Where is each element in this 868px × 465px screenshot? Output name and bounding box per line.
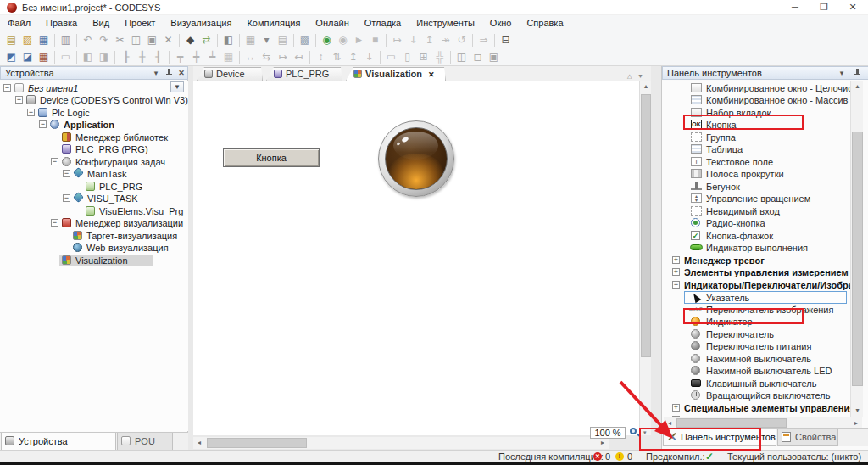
tree-item-visu-manager[interactable]: Менеджер визуализации (0, 217, 188, 229)
toolbox-item-pointer[interactable]: Указатель (662, 292, 850, 304)
panel-dropdown-icon[interactable]: ▾ (836, 68, 848, 79)
redo-icon[interactable]: ↷ (96, 33, 112, 48)
visualization-canvas[interactable]: Кнопка (193, 81, 639, 435)
toolbox-item-radio-button[interactable]: Радио-кнопка (662, 217, 850, 229)
visu-color-tool-icon[interactable]: ◪ (19, 50, 36, 64)
maximize-button[interactable]: ❐ (810, 0, 837, 15)
toolbox-group-lamps-switches[interactable]: Индикаторы/Переключатели/Изображения (662, 279, 850, 291)
toolbox-item-combobox-integer[interactable]: Комбинированное окно - Целочисленный (662, 82, 850, 94)
toolbox-group-alarm-manager[interactable]: Менеджер тревог (662, 255, 850, 266)
save-icon[interactable]: ▦ (36, 33, 52, 48)
toolbox-item-switch[interactable]: Переключатель (662, 328, 850, 340)
visu-select-tool-icon[interactable]: ◩ (3, 50, 19, 64)
expander-icon[interactable] (51, 219, 58, 227)
login-icon[interactable]: ◉ (319, 33, 335, 48)
panel-close-icon[interactable]: ✕ (175, 68, 187, 79)
spacing-horizontal-icon[interactable]: ↔ (242, 50, 259, 64)
toolbox-item-slider[interactable]: Бегунок (662, 181, 850, 193)
menu-edit[interactable]: Правка (38, 15, 85, 31)
spacing-vertical-icon[interactable]: ↕ (313, 50, 329, 64)
build-icon[interactable]: ▦ (242, 33, 259, 48)
menu-visualization[interactable]: Визуализация (163, 15, 239, 31)
scrollbar-thumb[interactable] (676, 418, 787, 428)
toolbox-item-table[interactable]: Таблица (662, 143, 850, 155)
step-into-icon[interactable]: ↧ (405, 33, 421, 48)
element-grid-icon[interactable]: ▦ (220, 50, 236, 64)
make-same-height-icon[interactable]: ▯ (399, 50, 415, 64)
undo-icon[interactable]: ↶ (80, 33, 96, 48)
tab-plc-prg[interactable]: PLC_PRG (266, 67, 342, 81)
bring-to-front-icon[interactable]: ◧ (80, 50, 96, 64)
step-out-icon[interactable]: ↥ (421, 33, 437, 48)
tree-item-library-manager[interactable]: Менеджер библиотек (0, 132, 188, 143)
toolbox-item-group[interactable]: Группа (662, 132, 850, 143)
align-center-icon[interactable]: ╂ (134, 50, 150, 64)
expander-icon[interactable] (672, 281, 680, 289)
paste-icon[interactable]: ▣ (144, 33, 160, 48)
make-same-size-icon[interactable]: ⊞ (415, 50, 431, 64)
logout-icon[interactable]: ◉ (335, 33, 351, 48)
tree-item-maintask[interactable]: MainTask (0, 168, 188, 180)
batch-edit-icon[interactable]: ▩ (297, 33, 313, 48)
minimize-button[interactable]: ─ (782, 0, 809, 15)
menu-online[interactable]: Онлайн (308, 15, 356, 31)
expander-icon[interactable] (63, 194, 70, 202)
make-same-width-icon[interactable]: ▭ (383, 50, 399, 64)
toolbox-item-power-switch[interactable]: Переключатель питания (662, 340, 850, 352)
scroll-up-icon[interactable]: ▴ (851, 81, 864, 92)
tree-item-visualization[interactable]: Visualization (0, 255, 188, 266)
scrollbar-thumb[interactable] (641, 94, 651, 357)
toolbox-item-checkbox[interactable]: Кнопка-флажок (662, 230, 850, 242)
find-replace-icon[interactable]: ⇄ (198, 33, 214, 48)
tab-close-icon[interactable]: ✕ (428, 70, 435, 79)
expander-icon[interactable] (51, 158, 58, 165)
canvas-horizontal-scrollbar[interactable]: ◂ ▸ (193, 437, 609, 449)
codesys-store-icon[interactable]: ⊟ (498, 33, 514, 48)
tab-scroll-up-icon[interactable]: △ (627, 73, 632, 80)
spacing-decrease-vertical-icon[interactable]: ↧ (361, 50, 377, 64)
tree-item-application[interactable]: Application (0, 119, 188, 131)
expander-icon[interactable] (3, 84, 11, 92)
tree-item-visu-task[interactable]: VISU_TASK (0, 193, 188, 204)
expander-icon[interactable] (39, 120, 47, 128)
align-right-icon[interactable]: ┨ (150, 50, 166, 64)
tree-item-visuelems[interactable]: VisuElems.Visu_Prg (0, 205, 188, 217)
panel-dropdown-icon[interactable]: ▾ (150, 68, 162, 79)
scroll-right-icon[interactable]: ▸ (597, 437, 609, 449)
stop-icon[interactable]: ■ (367, 33, 383, 48)
align-left-icon[interactable]: ┠ (118, 50, 134, 64)
generate-code-icon[interactable]: ▤ (275, 33, 291, 48)
library-manager-icon[interactable]: ◧ (220, 33, 236, 48)
scroll-down-icon[interactable]: ▾ (851, 405, 864, 417)
expander-icon[interactable] (27, 109, 35, 116)
print-icon[interactable]: ▥ (58, 33, 74, 48)
toolbox-vertical-scrollbar[interactable]: ▴ ▾ (850, 81, 863, 417)
scrollbar-thumb[interactable] (207, 438, 307, 448)
visu-element-list-icon[interactable]: ▦ (36, 50, 52, 64)
toolbox-item-push-switch-led[interactable]: Нажимной выключатель LED (662, 365, 850, 377)
tree-item-web-visu[interactable]: Web-визуализация (0, 242, 188, 254)
pin-icon[interactable] (851, 68, 863, 79)
expander-icon[interactable] (672, 256, 680, 264)
frame-selection-icon[interactable]: ▭ (58, 50, 74, 64)
spacing-equal-horizontal-icon[interactable]: ⇆ (259, 50, 275, 64)
menu-project[interactable]: Проект (117, 15, 163, 31)
ungroup-icon[interactable]: ◻ (470, 50, 486, 64)
background-group-icon[interactable]: ▣ (486, 50, 502, 64)
project-combo-button[interactable]: ▼ (170, 81, 184, 92)
menu-tools[interactable]: Инструменты (409, 15, 482, 31)
toolbox-item-invisible-input[interactable]: Невидимый вход (662, 205, 850, 217)
spacing-increase-vertical-icon[interactable]: ↥ (345, 50, 361, 64)
close-button[interactable]: ✕ (839, 0, 866, 15)
expander-icon[interactable] (672, 268, 680, 276)
menu-file[interactable]: Файл (0, 15, 38, 31)
tree-item-maintask-plc-prg[interactable]: PLC_PRG (0, 181, 188, 193)
align-middle-icon[interactable]: ┿ (188, 50, 204, 64)
toolbox-group-datetime-controls[interactable]: Элементы управления датой/временем (662, 414, 850, 417)
scroll-left-icon[interactable]: ◂ (193, 437, 205, 449)
tree-item-task-configuration[interactable]: Конфигурация задач (0, 156, 188, 168)
snap-to-grid-icon[interactable]: ╬ (431, 50, 448, 64)
toolbox-item-scrollbar[interactable]: Полоса прокрутки (662, 168, 850, 180)
send-to-back-icon[interactable]: ◨ (96, 50, 112, 64)
cut-icon[interactable]: ✂ (112, 33, 128, 48)
